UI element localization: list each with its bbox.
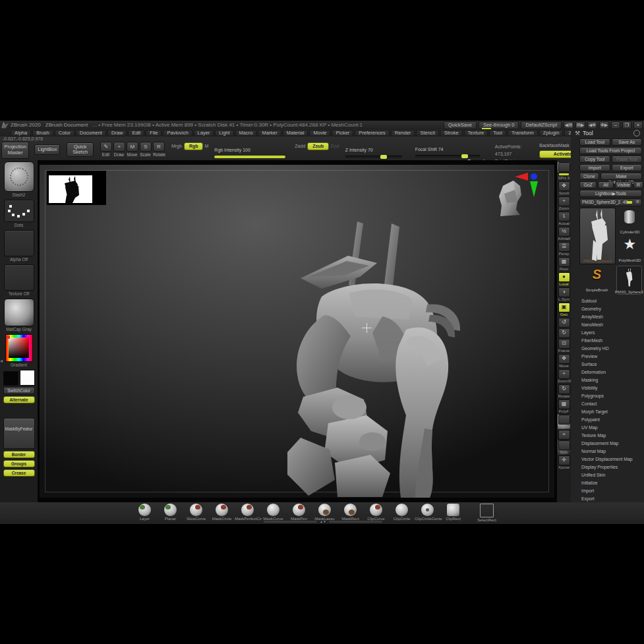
subpalette-row[interactable]: Subtool bbox=[579, 297, 642, 305]
right-shelf-button[interactable] bbox=[558, 162, 570, 172]
spix-mini-slider[interactable] bbox=[559, 173, 569, 175]
m-button[interactable]: M bbox=[204, 144, 208, 148]
quicksave-button[interactable]: QuickSave bbox=[444, 121, 477, 129]
right-shelf-button[interactable]: ↻ bbox=[558, 328, 570, 338]
menu-item[interactable]: Brush bbox=[32, 130, 53, 136]
lightbox-tools-button[interactable]: Lightbox▶Tools bbox=[579, 190, 642, 197]
load-tool-button[interactable]: Load Tool bbox=[579, 138, 610, 146]
tray-brush[interactable]: ClipCircle bbox=[389, 504, 415, 521]
right-shelf-button[interactable]: + Zoom bbox=[558, 196, 570, 211]
minimize-button[interactable]: – bbox=[611, 121, 620, 129]
subpalette-row[interactable]: Geometry bbox=[579, 305, 642, 313]
export-button[interactable]: Export bbox=[612, 164, 643, 171]
save-as-button[interactable]: Save As bbox=[612, 138, 643, 146]
right-shelf-button[interactable]: ☰ Persp bbox=[558, 242, 570, 256]
right-shelf-button[interactable]: + Zoom3D bbox=[558, 369, 570, 384]
restore-button[interactable]: ❐ bbox=[622, 121, 631, 129]
see-through-slider[interactable]: See-through 0 bbox=[479, 121, 519, 129]
canvas-area[interactable] bbox=[38, 160, 557, 502]
subpalette-row[interactable]: Deformation bbox=[579, 368, 642, 376]
tool-thumb-simplebrush[interactable]: S SimpleBrush bbox=[579, 266, 614, 292]
tray-brush[interactable]: Layer bbox=[132, 504, 158, 521]
tool-thumb-cylinder3d[interactable]: Cylinder3D bbox=[618, 208, 642, 234]
focal-shift-slider[interactable]: Focal Shift 74 bbox=[415, 142, 480, 158]
left-tray-collapse-arrow[interactable]: ◂ bbox=[0, 358, 3, 364]
mode-button[interactable]: S Scale bbox=[140, 142, 151, 157]
tray-resize-handle[interactable]: ▲▼ bbox=[264, 519, 382, 523]
make-polymesh3d-button[interactable]: Make PolyMesh3D bbox=[600, 173, 642, 180]
tray-brush[interactable]: MaskCircle bbox=[209, 504, 235, 521]
hand-left-icon[interactable]: ◀✥ bbox=[587, 121, 597, 129]
subpalette-row[interactable]: UV Map bbox=[579, 424, 642, 432]
menu-item[interactable]: Document bbox=[76, 130, 106, 136]
subpalette-row[interactable]: NanoMesh bbox=[579, 321, 642, 329]
menu-item[interactable]: Pavlovich bbox=[163, 130, 192, 136]
zcut-button[interactable]: Zcut bbox=[330, 144, 339, 148]
right-shelf-button[interactable]: 1 Actual bbox=[558, 212, 570, 226]
right-shelf-button[interactable]: ▣ Geo bbox=[558, 303, 570, 317]
right-shelf-button[interactable]: ↻ Rotate bbox=[558, 384, 570, 399]
groups-button[interactable]: Groups bbox=[3, 460, 35, 467]
alternate-button[interactable]: Alternate bbox=[3, 396, 35, 403]
subpalette-row[interactable]: Unified Skin bbox=[579, 471, 642, 479]
color-picker[interactable] bbox=[5, 334, 33, 362]
rgb-intensity-slider[interactable]: Rgb Intensity 100 bbox=[214, 142, 285, 158]
menu-item[interactable]: Preferences bbox=[355, 130, 389, 136]
subpalette-row[interactable]: FiberMesh bbox=[579, 337, 642, 345]
tray-brush[interactable]: MaskPerfectCir bbox=[235, 504, 260, 521]
menu-item[interactable]: Render bbox=[391, 130, 415, 136]
default-zscript-button[interactable]: DefaultZScript bbox=[521, 121, 562, 129]
menu-item[interactable]: Light bbox=[215, 130, 233, 136]
stroke-thumbnail[interactable] bbox=[4, 200, 34, 222]
tray-brush[interactable]: MaskPen bbox=[286, 504, 312, 521]
menu-item[interactable]: Picker bbox=[332, 130, 353, 136]
menu-item[interactable]: Layer bbox=[194, 130, 214, 136]
mrgb-button[interactable]: Mrgb bbox=[171, 144, 182, 148]
tray-brush[interactable]: SelectRect bbox=[474, 504, 500, 523]
right-shelf-button[interactable]: ▦ Floor bbox=[558, 257, 570, 272]
tray-brush[interactable]: ClipRect bbox=[440, 504, 466, 521]
palette-circle-icon[interactable] bbox=[633, 130, 640, 136]
right-shelf-button[interactable]: ½ AAHalf bbox=[558, 227, 570, 241]
menu-item[interactable]: Color bbox=[55, 130, 74, 136]
right-shelf-button[interactable]: ● Local bbox=[558, 272, 570, 287]
subpalette-row[interactable]: Displacement Map bbox=[579, 440, 642, 448]
texture-thumbnail[interactable] bbox=[4, 264, 34, 291]
tool-thumb-polymesh3d[interactable]: ★ PolyMesh3D bbox=[618, 236, 642, 262]
copy-tool-button[interactable]: Copy Tool bbox=[579, 156, 610, 163]
menu-item[interactable]: Material bbox=[283, 130, 308, 136]
tool-thumb-pm3d-sphere[interactable]: PM3D_Sphere3 bbox=[616, 266, 642, 295]
import-button[interactable]: Import bbox=[579, 164, 610, 171]
subpalette-row[interactable]: Polygroups bbox=[579, 392, 642, 400]
active-tool-thumbnail[interactable]: PM3D_Sphere3 bbox=[579, 208, 616, 264]
subpalette-row[interactable]: Polypaint bbox=[579, 416, 642, 424]
mode-button[interactable]: + Draw bbox=[113, 142, 125, 157]
subpalette-row[interactable]: ArrayMesh bbox=[579, 313, 642, 321]
right-shelf-button[interactable]: Solo bbox=[558, 440, 570, 455]
tool-palette-header[interactable]: ⚒ Tool bbox=[571, 129, 644, 137]
menu-item[interactable]: Tool bbox=[489, 130, 506, 136]
right-shelf-button[interactable]: ◑ L.Sym bbox=[558, 287, 570, 302]
goz-r-button[interactable]: R bbox=[633, 181, 643, 189]
z-intensity-slider[interactable]: Z Intensity 70 bbox=[345, 142, 402, 158]
right-shelf-button[interactable]: SPix 3 bbox=[558, 173, 570, 181]
material-thumbnail[interactable] bbox=[4, 299, 34, 326]
tray-brush[interactable]: MaskRect bbox=[337, 504, 363, 521]
zsub-button[interactable]: Zsub bbox=[307, 142, 329, 150]
menu-item[interactable]: File bbox=[146, 130, 161, 136]
goz-button[interactable]: GoZ bbox=[579, 181, 597, 189]
main-color-swatch[interactable] bbox=[3, 371, 18, 386]
menu-item[interactable]: Marker bbox=[258, 130, 281, 136]
menu-item[interactable]: Transform bbox=[508, 130, 538, 136]
subpalette-row[interactable]: Masking bbox=[579, 376, 642, 384]
menu-item[interactable]: Texture bbox=[464, 130, 488, 136]
right-shelf-button[interactable]: ✥ Move bbox=[558, 354, 570, 368]
load-tools-from-project-button[interactable]: Load Tools From Project bbox=[579, 147, 642, 154]
tray-brush[interactable]: SliceCurve bbox=[183, 504, 209, 521]
rgb-button[interactable]: Rgb bbox=[184, 142, 204, 150]
right-shelf-button[interactable]: ▦ PolyF bbox=[558, 399, 570, 414]
crease-button[interactable]: Crease bbox=[3, 469, 35, 477]
zadd-button[interactable]: Zadd bbox=[295, 144, 305, 148]
lightbox-button[interactable]: LightBox bbox=[34, 144, 60, 155]
quick-sketch-button[interactable]: Quick Sketch bbox=[67, 142, 94, 157]
